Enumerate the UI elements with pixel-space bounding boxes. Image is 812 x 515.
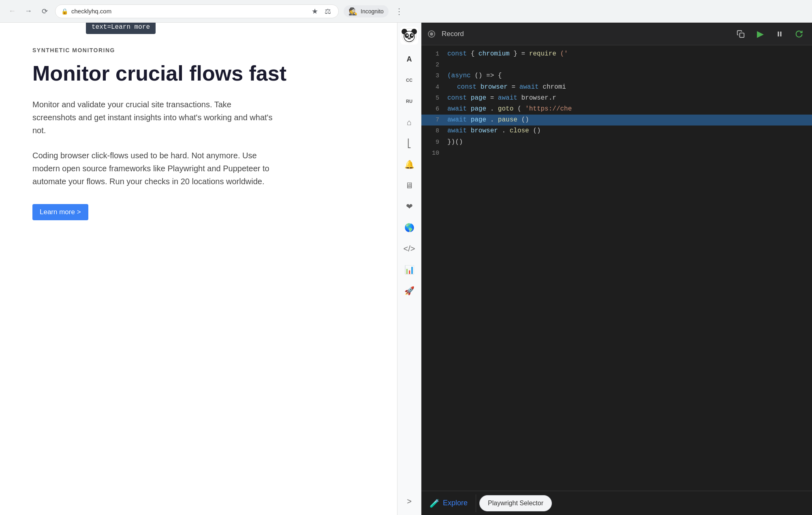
sidebar-item-ru[interactable]: RU bbox=[400, 92, 419, 111]
code-editor: Record ▶ bbox=[421, 23, 812, 515]
code-bottom-bar: 🧪 Explore Playwright Selector bbox=[421, 491, 812, 515]
svg-rect-11 bbox=[780, 32, 782, 36]
hero-desc-1: Monitor and validate your crucial site t… bbox=[32, 98, 276, 137]
copy-button[interactable] bbox=[734, 28, 747, 40]
svg-point-8 bbox=[408, 38, 411, 40]
browser-menu-button[interactable]: ⋮ bbox=[393, 5, 405, 18]
svg-rect-10 bbox=[778, 32, 779, 36]
code-line-9: 9 })() bbox=[421, 137, 812, 148]
play-button[interactable]: ▶ bbox=[754, 28, 767, 40]
forward-button[interactable]: → bbox=[23, 6, 34, 17]
sidebar-item-home[interactable]: ⌂ bbox=[400, 113, 419, 132]
svg-rect-9 bbox=[740, 33, 744, 37]
sidebar-item-activity[interactable]: ⎣ bbox=[400, 134, 419, 153]
sidebar-item-chart[interactable]: 📊 bbox=[400, 260, 419, 279]
record-indicator bbox=[428, 30, 435, 38]
sidebar-item-globe[interactable]: 🌎 bbox=[400, 218, 419, 237]
svg-point-7 bbox=[411, 34, 413, 36]
explore-label: Explore bbox=[443, 499, 468, 507]
playwright-selector-button[interactable]: Playwright Selector bbox=[479, 495, 552, 511]
code-line-7: 7 await page . pause () bbox=[421, 115, 812, 126]
lock-icon: 🔒 bbox=[61, 8, 68, 15]
record-label: Record bbox=[442, 30, 464, 38]
address-bar[interactable]: 🔒 checklyhq.com ★ ⚖ bbox=[55, 4, 339, 18]
code-line-6: 6 await page . goto ( 'https://che bbox=[421, 104, 812, 115]
explore-button[interactable]: 🧪 Explore bbox=[421, 494, 476, 512]
code-line-3: 3 (async () => { bbox=[421, 70, 812, 81]
sidebar-item-rocket[interactable]: 🚀 bbox=[400, 281, 419, 300]
incognito-area: 🕵 Incognito bbox=[344, 5, 389, 17]
synthetic-label: SYNTHETIC MONITORING bbox=[32, 47, 365, 53]
hero-desc-2: Coding browser click-flows used to be ha… bbox=[32, 149, 284, 188]
sidebar-item-code[interactable]: </> bbox=[400, 239, 419, 258]
incognito-icon: 🕵 bbox=[348, 7, 357, 16]
browser-chrome: ← → ⟳ 🔒 checklyhq.com ★ ⚖ 🕵 Incognito ⋮ bbox=[0, 0, 812, 23]
selector-tooltip: text=Learn more bbox=[86, 23, 156, 34]
refresh-button[interactable]: ⟳ bbox=[39, 6, 50, 17]
sidebar-item-monitor[interactable]: 🖥 bbox=[400, 176, 419, 195]
app-logo bbox=[400, 27, 418, 45]
sidebar-expand-button[interactable]: > bbox=[400, 492, 419, 511]
playwright-selector-label: Playwright Selector bbox=[488, 500, 543, 507]
main-content: SYNTHETIC MONITORING Monitor crucial flo… bbox=[0, 23, 812, 515]
code-line-10: 10 bbox=[421, 148, 812, 159]
incognito-label: Incognito bbox=[361, 8, 384, 15]
sidebar-item-a[interactable]: A bbox=[400, 49, 419, 69]
url-text: checklyhq.com bbox=[71, 8, 307, 15]
browser-content: SYNTHETIC MONITORING Monitor crucial flo… bbox=[0, 23, 397, 515]
explore-icon: 🧪 bbox=[430, 498, 440, 508]
learn-more-button[interactable]: Learn more > bbox=[32, 204, 88, 220]
right-panel: A CC RU ⌂ ⎣ 🔔 🖥 ❤ 🌎 </> 📊 🚀 > bbox=[397, 23, 812, 515]
svg-point-6 bbox=[406, 34, 408, 36]
hero-title: Monitor crucial flows fast bbox=[32, 62, 365, 86]
sidebar-item-bell[interactable]: 🔔 bbox=[400, 155, 419, 174]
code-line-8: 8 await browser . close () bbox=[421, 126, 812, 136]
code-line-2: 2 bbox=[421, 60, 812, 70]
code-toolbar: Record ▶ bbox=[421, 23, 812, 45]
code-line-4: 4 const browser = await chromi bbox=[421, 82, 812, 93]
restart-button[interactable] bbox=[793, 28, 806, 40]
code-line-1: 1 const { chromium } = require (' bbox=[421, 49, 812, 60]
flask-icon[interactable]: ⚖ bbox=[325, 7, 331, 16]
sidebar: A CC RU ⌂ ⎣ 🔔 🖥 ❤ 🌎 </> 📊 🚀 > bbox=[397, 23, 421, 515]
code-line-5: 5 const page = await browser.r bbox=[421, 93, 812, 104]
bookmark-icon[interactable]: ★ bbox=[312, 7, 318, 16]
sidebar-item-heart[interactable]: ❤ bbox=[400, 197, 419, 216]
code-area: 1 const { chromium } = require (' 2 bbox=[421, 45, 812, 491]
sidebar-item-cc[interactable]: CC bbox=[400, 70, 419, 90]
back-button[interactable]: ← bbox=[6, 6, 18, 17]
pause-button[interactable] bbox=[773, 28, 786, 40]
